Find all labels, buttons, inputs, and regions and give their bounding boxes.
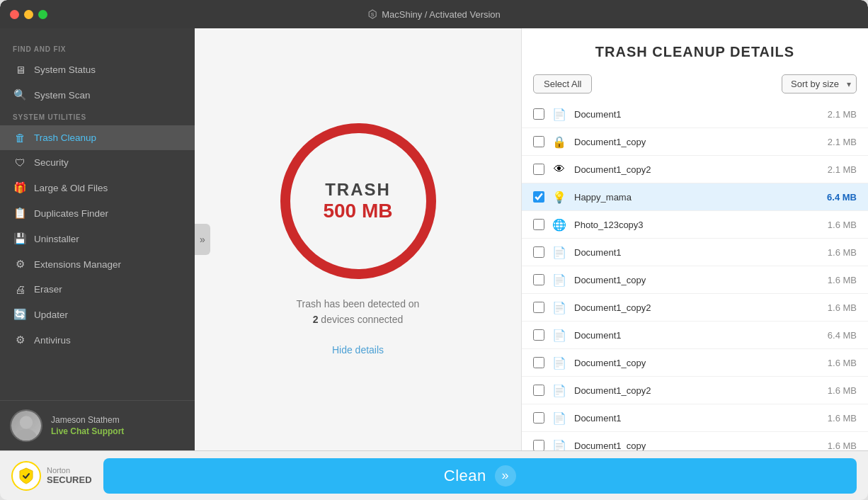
file-name: Document1_copy2: [574, 164, 811, 175]
avatar-svg: [11, 409, 41, 442]
sidebar-item-label: Extensions Manager: [34, 259, 121, 270]
sidebar-item-label: Eraser: [34, 284, 62, 295]
sidebar-item-label: Uninstaller: [34, 234, 79, 244]
table-row[interactable]: 📄Document1_copy1.6 MB: [522, 349, 868, 377]
table-row[interactable]: 📄Document16.4 MB: [522, 322, 868, 349]
table-row[interactable]: 📄Document11.6 MB: [522, 404, 868, 432]
file-checkbox-5[interactable]: [533, 246, 544, 258]
file-checkbox-10[interactable]: [533, 385, 544, 396]
file-size: 1.6 MB: [818, 413, 857, 424]
file-checkbox-3[interactable]: [533, 191, 544, 203]
live-chat-support-link[interactable]: Live Chat Support: [51, 426, 124, 436]
file-checkbox-7[interactable]: [533, 302, 544, 313]
collapse-panel-button[interactable]: »: [195, 224, 210, 255]
trash-cleanup-icon: 🗑: [13, 132, 27, 144]
file-checkbox-11[interactable]: [533, 412, 544, 424]
file-type-icon: 📄: [552, 355, 567, 370]
hide-details-link[interactable]: Hide details: [332, 344, 384, 356]
table-row[interactable]: 📄Document12.1 MB: [522, 101, 868, 128]
svg-point-1: [15, 429, 38, 442]
sort-dropdown[interactable]: Sort by size: [782, 74, 857, 93]
traffic-lights: [10, 10, 47, 19]
right-panel-toolbar: Select All Sort by size: [522, 70, 868, 101]
center-panel: » TRASH 500 MB Trash has been detected o…: [195, 28, 521, 450]
sidebar-user-info: Jameson Stathem Live Chat Support: [51, 415, 124, 436]
updater-icon: 🔄: [13, 308, 27, 321]
sidebar-item-large-old-files[interactable]: 🎁Large & Old Files: [0, 175, 195, 200]
clean-button-arrow-icon: »: [495, 465, 516, 487]
file-type-icon: 📄: [552, 438, 567, 450]
file-checkbox-2[interactable]: [533, 164, 544, 175]
sidebar-item-duplicates-finder[interactable]: 📋Duplicates Finder: [0, 200, 195, 226]
sidebar-nav: FIND AND FIX🖥System Status🔍System ScanSY…: [0, 28, 195, 400]
sidebar-item-updater[interactable]: 🔄Updater: [0, 302, 195, 327]
sidebar-item-security[interactable]: 🛡Security: [0, 150, 195, 175]
file-type-icon: 📄: [552, 244, 567, 260]
file-name: Document1_copy: [574, 441, 811, 451]
file-checkbox-6[interactable]: [533, 274, 544, 285]
sidebar-item-label: Antivirus: [34, 335, 71, 346]
devices-count: 2: [313, 314, 319, 325]
sidebar-item-extensions-manager[interactable]: ⚙Extensions Manager: [0, 251, 195, 277]
clean-button[interactable]: Clean »: [103, 458, 857, 494]
table-row[interactable]: 🔒Document1_copy2.1 MB: [522, 128, 868, 156]
norton-label: Norton: [47, 466, 92, 475]
file-size: 1.6 MB: [818, 302, 857, 313]
sidebar-item-uninstaller[interactable]: 💾Uninstaller: [0, 226, 195, 251]
right-panel-header: TRASH CLEANUP DETAILS: [522, 28, 868, 70]
sidebar: FIND AND FIX🖥System Status🔍System ScanSY…: [0, 28, 195, 450]
sidebar-item-system-scan[interactable]: 🔍System Scan: [0, 82, 195, 108]
file-name: Photo_123copy3: [574, 220, 811, 230]
app-body: FIND AND FIX🖥System Status🔍System ScanSY…: [0, 28, 868, 450]
file-name: Document1: [574, 247, 811, 258]
file-type-icon: 📄: [552, 382, 567, 398]
table-row[interactable]: 👁Document1_copy22.1 MB: [522, 156, 868, 183]
file-name: Document1_copy: [574, 137, 811, 147]
close-button[interactable]: [10, 10, 19, 19]
table-row[interactable]: 💡Happy_mama6.4 MB: [522, 183, 868, 211]
trash-size: 500 MB: [323, 200, 392, 222]
table-row[interactable]: 📄Document1_copy1.6 MB: [522, 432, 868, 450]
file-name: Document1: [574, 330, 811, 341]
file-size: 1.6 MB: [818, 247, 857, 258]
file-type-icon: 📄: [552, 272, 567, 288]
maximize-button[interactable]: [38, 10, 47, 19]
app-title: S MacShiny / Activated Version: [367, 9, 501, 20]
file-name: Document1: [574, 109, 811, 120]
norton-shield-svg: [16, 466, 36, 486]
sidebar-item-eraser[interactable]: 🖨Eraser: [0, 277, 195, 302]
norton-secured-label: SECURED: [47, 475, 92, 485]
sidebar-item-label: Large & Old Files: [34, 183, 108, 193]
file-checkbox-4[interactable]: [533, 219, 544, 230]
norton-shield-icon: [11, 461, 41, 491]
trash-info: Trash has been detected on 2 devices con…: [297, 296, 420, 328]
norton-badge: Norton SECURED: [11, 461, 92, 491]
select-all-button[interactable]: Select All: [533, 74, 592, 93]
file-name: Document1_copy: [574, 358, 811, 368]
file-checkbox-9[interactable]: [533, 357, 544, 368]
file-checkbox-8[interactable]: [533, 329, 544, 341]
trash-circle: TRASH 500 MB: [280, 123, 436, 279]
svg-text:S: S: [371, 12, 375, 17]
table-row[interactable]: 📄Document1_copy21.6 MB: [522, 294, 868, 322]
file-checkbox-0[interactable]: [533, 108, 544, 120]
sidebar-username: Jameson Stathem: [51, 415, 124, 425]
file-checkbox-12[interactable]: [533, 440, 544, 450]
sidebar-section-label: FIND AND FIX: [0, 40, 195, 57]
table-row[interactable]: 📄Document1_copy21.6 MB: [522, 377, 868, 404]
table-row[interactable]: 🌐Photo_123copy31.6 MB: [522, 211, 868, 239]
file-size: 1.6 MB: [818, 358, 857, 368]
sidebar-item-trash-cleanup[interactable]: 🗑Trash Cleanup: [0, 125, 195, 150]
clean-label: Clean: [444, 467, 486, 485]
minimize-button[interactable]: [24, 10, 33, 19]
app-logo-icon: S: [367, 9, 377, 19]
file-size: 6.4 MB: [818, 192, 857, 203]
file-checkbox-1[interactable]: [533, 136, 544, 147]
sidebar-item-system-status[interactable]: 🖥System Status: [0, 57, 195, 82]
file-type-icon: 🔒: [552, 134, 567, 149]
sidebar-item-label: Duplicates Finder: [34, 208, 108, 219]
table-row[interactable]: 📄Document11.6 MB: [522, 239, 868, 266]
sidebar-item-label: Updater: [34, 309, 68, 320]
table-row[interactable]: 📄Document1_copy1.6 MB: [522, 266, 868, 294]
sidebar-item-antivirus[interactable]: ⚙Antivirus: [0, 327, 195, 353]
